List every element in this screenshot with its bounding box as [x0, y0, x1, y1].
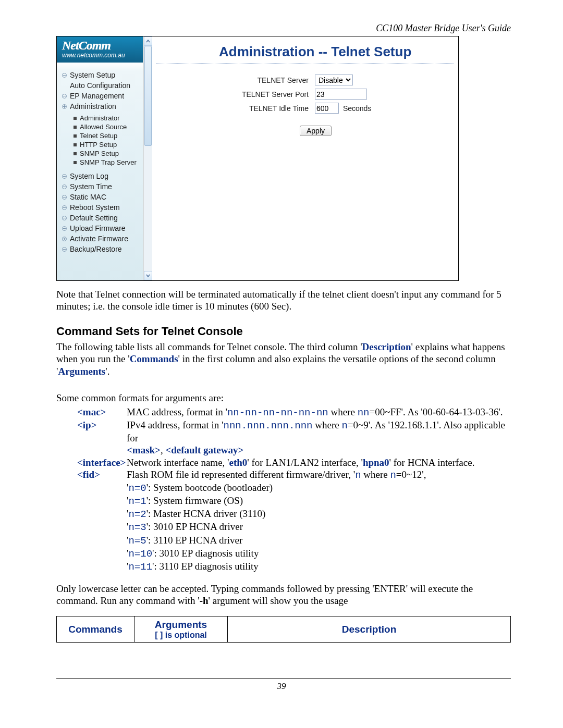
- kw-commands: Commands: [130, 353, 178, 364]
- label-telnet-server: TELNET Server: [152, 76, 315, 84]
- sidebar: NetComm www.netcomm.com.au System Setup …: [57, 36, 143, 280]
- nav-label: Activate Firmware: [70, 235, 128, 243]
- nav-label: System Log: [70, 172, 108, 180]
- minus-icon: [62, 94, 67, 98]
- arg-mac-label: <mac>: [77, 406, 127, 419]
- minus-icon: [62, 73, 67, 78]
- square-icon: [74, 161, 77, 164]
- arg-ip-cont: <mask>, <default gateway>: [77, 444, 511, 456]
- square-icon: [74, 126, 77, 129]
- row-telnet-port: TELNET Server Port: [152, 87, 458, 101]
- body-text: Note that Telnet connection will be term…: [56, 288, 511, 643]
- nav-label: Administration: [70, 102, 116, 110]
- arg-fid: <fid> Flash ROM file id represented diff…: [77, 468, 511, 482]
- nav-item-upload-fw[interactable]: Upload Firmware: [57, 223, 143, 233]
- commands-table: Commands Arguments [ ] is optional Descr…: [56, 616, 511, 642]
- square-icon: [74, 117, 77, 120]
- scroll-down-icon[interactable]: [144, 271, 152, 280]
- scroll-track[interactable]: [144, 46, 152, 271]
- minus-icon: [62, 174, 67, 179]
- arg-fid-line: 'n=10': 3010 EP diagnosis utility: [77, 547, 511, 560]
- page-title: Administration -- Telnet Setup: [156, 36, 454, 64]
- arg-interface: <interface> Network interface name, 'eth…: [77, 456, 511, 468]
- content-pane: Administration -- Telnet Setup TELNET Se…: [152, 36, 458, 280]
- minus-icon: [62, 195, 67, 200]
- section-intro: The following table lists all commands f…: [56, 341, 511, 377]
- nav-item-administration[interactable]: Administration: [57, 101, 143, 112]
- nav: System Setup Auto Configuration EP Manag…: [57, 63, 143, 280]
- label-seconds: Seconds: [343, 104, 371, 113]
- nav-label: Default Setting: [70, 214, 118, 222]
- minus-icon: [62, 247, 67, 252]
- sub-label: HTTP Setup: [80, 141, 117, 149]
- sub-allowed-source[interactable]: Allowed Source: [74, 122, 143, 131]
- th-description: Description: [228, 616, 511, 642]
- nav-item-activate-fw[interactable]: Activate Firmware: [57, 233, 143, 244]
- sub-label: Allowed Source: [80, 123, 127, 131]
- sub-snmp-trap[interactable]: SNMP Trap Server: [74, 158, 143, 167]
- app-screenshot: NetComm www.netcomm.com.au System Setup …: [56, 36, 459, 281]
- scroll-thumb[interactable]: [144, 46, 152, 146]
- nav-label: System Setup: [70, 71, 115, 79]
- label-telnet-idle: TELNET Idle Time: [152, 104, 315, 113]
- sub-http-setup[interactable]: HTTP Setup: [74, 140, 143, 149]
- sub-label: SNMP Setup: [80, 150, 119, 157]
- arg-ip: <ip> IPv4 address, format in 'nnn.nnn.nn…: [77, 419, 511, 444]
- section-heading: Command Sets for Telnet Console: [56, 325, 511, 339]
- nav-item-auto-config[interactable]: Auto Configuration: [57, 80, 143, 91]
- nav-item-reboot[interactable]: Reboot System: [57, 202, 143, 213]
- arg-fid-line: 'n=11': 3110 EP diagnosis utility: [77, 560, 511, 573]
- row-telnet-idle: TELNET Idle Time Seconds: [152, 101, 458, 115]
- input-telnet-idle[interactable]: [315, 103, 339, 114]
- nav-item-default-setting[interactable]: Default Setting: [57, 213, 143, 223]
- arg-fid-line: 'n=2': Master HCNA driver (3110): [77, 508, 511, 521]
- sub-telnet-setup[interactable]: Telnet Setup: [74, 131, 143, 140]
- sub-label: SNMP Trap Server: [80, 158, 137, 166]
- nav-item-ep-management[interactable]: EP Management: [57, 91, 143, 101]
- nav-item-static-mac[interactable]: Static MAC: [57, 192, 143, 202]
- sub-snmp-setup[interactable]: SNMP Setup: [74, 149, 143, 158]
- nav-item-system-log[interactable]: System Log: [57, 171, 143, 181]
- footer-rule: [56, 678, 511, 679]
- nav-item-system-setup[interactable]: System Setup: [57, 70, 143, 80]
- arg-ip-label: <ip>: [77, 419, 127, 444]
- scroll-up-icon[interactable]: [144, 36, 152, 46]
- kw-arguments: Arguments: [58, 366, 105, 377]
- blank-icon: [62, 83, 67, 88]
- closing-paragraph: Only lowercase letter can be accepted. T…: [56, 583, 511, 607]
- formats-intro: Some common formats for arguments are:: [56, 392, 511, 404]
- plus-icon: [62, 104, 67, 109]
- nav-item-system-time[interactable]: System Time: [57, 181, 143, 192]
- nav-label: Auto Configuration: [70, 81, 130, 90]
- minus-icon: [62, 184, 67, 189]
- th-arguments: Arguments [ ] is optional: [134, 616, 228, 642]
- arg-fid-line: 'n=5': 3110 EP HCNA driver: [77, 534, 511, 547]
- nav-label: Static MAC: [70, 193, 106, 201]
- plus-icon: [62, 237, 67, 241]
- nav-label: EP Management: [70, 92, 124, 100]
- minus-icon: [62, 216, 67, 220]
- nav-label: System Time: [70, 182, 112, 191]
- note-paragraph: Note that Telnet connection will be term…: [56, 288, 511, 312]
- minus-icon: [62, 205, 67, 210]
- nav-label: Reboot System: [70, 203, 120, 212]
- kw-description: Description: [362, 341, 411, 352]
- apply-button[interactable]: [300, 126, 332, 136]
- arg-fid-line: 'n=0': System bootcode (bootloader): [77, 482, 511, 495]
- arg-fid-line: 'n=1': System firmware (OS): [77, 495, 511, 508]
- logo-url: www.netcomm.com.au: [62, 52, 143, 59]
- kw-h-flag: -h: [200, 595, 209, 606]
- select-telnet-server[interactable]: Disable: [315, 75, 353, 85]
- sub-label: Telnet Setup: [80, 132, 117, 140]
- nav-label: Upload Firmware: [70, 224, 126, 232]
- page-number: 39: [0, 681, 563, 692]
- nav-item-backup-restore[interactable]: Backup/Restore: [57, 244, 143, 254]
- input-telnet-port[interactable]: [315, 89, 367, 100]
- sidebar-scrollbar[interactable]: [143, 36, 152, 280]
- arg-mac: <mac> MAC address, format in 'nn-nn-nn-n…: [77, 406, 511, 419]
- argument-list: <mac> MAC address, format in 'nn-nn-nn-n…: [56, 406, 511, 573]
- square-icon: [74, 152, 77, 155]
- arg-interface-label: <interface>: [77, 456, 127, 468]
- arg-fid-line: 'n=3': 3010 EP HCNA driver: [77, 521, 511, 534]
- sub-administrator[interactable]: Administrator: [74, 114, 143, 122]
